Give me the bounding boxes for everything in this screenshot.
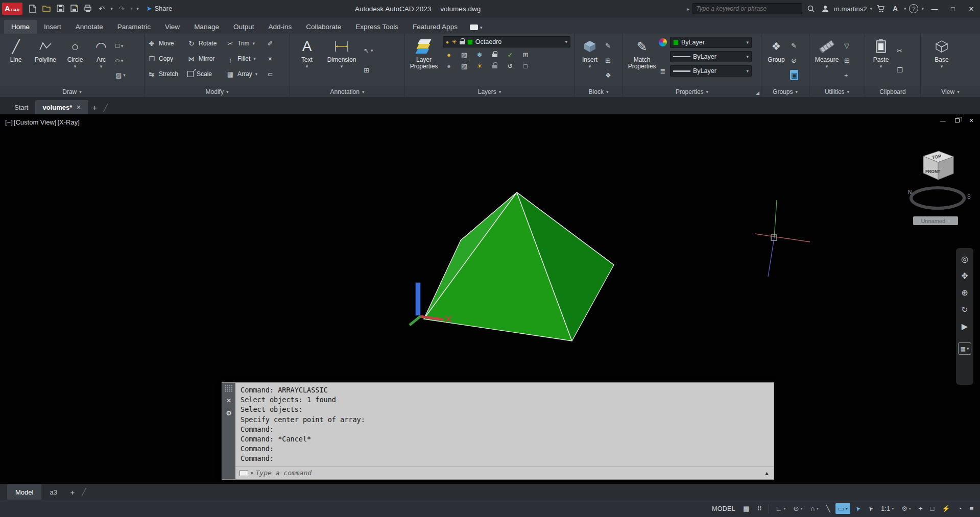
- command-recent-dropdown[interactable]: ▾: [251, 471, 253, 476]
- navigation-wheel-icon[interactable]: ◎: [961, 255, 968, 263]
- drawing-close-button[interactable]: ✕: [967, 116, 976, 125]
- grid-toggle[interactable]: ▦: [740, 503, 752, 514]
- share-button[interactable]: ➤ Share: [147, 5, 173, 12]
- scale-button[interactable]: Scale: [187, 70, 226, 78]
- layer-make-current-icon[interactable]: ⊞: [520, 51, 531, 59]
- panel-properties-label[interactable]: Properties▾: [623, 86, 761, 97]
- text-button[interactable]: A Text ▾: [292, 35, 322, 86]
- user-name[interactable]: m.martins2: [834, 5, 867, 13]
- viewport-minimize-control[interactable]: [−]: [5, 118, 13, 126]
- graphics-performance-toggle[interactable]: ⚡: [939, 503, 952, 514]
- selection-cycling-dropdown[interactable]: ▾: [846, 506, 848, 511]
- cut-button[interactable]: ✂: [896, 45, 904, 56]
- help-search[interactable]: [692, 3, 802, 14]
- panel-utilities-label[interactable]: Utilities▾: [809, 86, 865, 97]
- viewcube-compass-s[interactable]: S: [967, 194, 971, 200]
- search-collapse-icon[interactable]: ▸: [687, 6, 689, 12]
- base-dropdown[interactable]: ▾: [941, 64, 943, 69]
- osnap-tracking-dropdown[interactable]: ▾: [800, 506, 802, 511]
- named-view-dropdown[interactable]: ▾: [948, 218, 950, 224]
- hatch-dropdown[interactable]: ▾: [123, 72, 126, 78]
- layer-freeze-icon[interactable]: ❄: [474, 51, 485, 59]
- table-button[interactable]: ⊞: [363, 65, 374, 76]
- autodesk-app-dropdown[interactable]: ▾: [904, 6, 906, 11]
- lineweight-list-icon[interactable]: ≣: [659, 67, 667, 75]
- layer-lock-tool-icon[interactable]: [490, 51, 500, 59]
- arc-dropdown[interactable]: ▾: [100, 64, 103, 69]
- lineweight-dropdown[interactable]: ▾: [746, 68, 749, 73]
- command-history[interactable]: Command: ARRAYCLASSIC Select objects: 1 …: [235, 383, 774, 466]
- command-input[interactable]: [256, 469, 762, 477]
- group-edit-button[interactable]: ✎: [790, 41, 798, 51]
- viewcube[interactable]: N S TOP FRONT: [904, 148, 975, 214]
- panel-layers-label[interactable]: Layers▾: [405, 86, 574, 97]
- leader-button[interactable]: ↖▾: [363, 45, 374, 56]
- array-button[interactable]: ▦Array▾: [226, 70, 266, 78]
- lineweight-toggle[interactable]: ╲: [824, 503, 833, 514]
- base-button[interactable]: Base ▾: [928, 35, 955, 86]
- command-scroll-up-button[interactable]: ▲: [764, 470, 770, 476]
- annotation-scale-control[interactable]: 1:1▾: [878, 503, 896, 514]
- measure-button[interactable]: Measure ▾: [811, 35, 842, 86]
- rectangle-button[interactable]: □▾: [114, 41, 127, 51]
- layer-select[interactable]: ● ☀ Octaedro ▾: [443, 36, 570, 47]
- tab-add-ins[interactable]: Add-ins: [261, 20, 299, 34]
- tab-insert[interactable]: Insert: [37, 20, 68, 34]
- copy-clip-button[interactable]: ❐: [896, 65, 904, 76]
- group-selection-toggle[interactable]: ▣: [790, 70, 798, 80]
- viewport-view-control[interactable]: [Custom View]: [14, 118, 57, 126]
- workspace-dropdown[interactable]: ▾: [909, 506, 911, 511]
- showmotion-icon[interactable]: ▶: [962, 323, 968, 331]
- plot-button[interactable]: [82, 3, 94, 15]
- paste-dropdown[interactable]: ▾: [880, 64, 882, 69]
- copy-button[interactable]: ❐Copy: [148, 55, 187, 63]
- offset-button[interactable]: ⊂: [266, 70, 274, 78]
- redo-dropdown[interactable]: ▾: [129, 6, 134, 11]
- rectangle-dropdown[interactable]: ▾: [121, 43, 124, 48]
- panel-annotation-label[interactable]: Annotation▾: [290, 86, 404, 97]
- model-space-toggle[interactable]: MODEL: [709, 504, 738, 514]
- block-edit-button[interactable]: ✎: [604, 41, 612, 51]
- quick-select-button[interactable]: ▽: [843, 41, 851, 51]
- selection-cycling-toggle[interactable]: ▭▾: [835, 503, 850, 514]
- object-snap-toggle[interactable]: ∩▾: [807, 503, 821, 514]
- color-wheel-icon[interactable]: [659, 38, 667, 46]
- layer-walk-icon[interactable]: □: [520, 62, 531, 70]
- circle-button[interactable]: ○ Circle ▾: [61, 35, 89, 86]
- linetype-select[interactable]: ByLayer ▾: [670, 51, 752, 62]
- quick-calculator-button[interactable]: ⊞: [843, 56, 851, 66]
- isolate-objects-toggle[interactable]: □: [927, 503, 937, 514]
- layer-select-dropdown[interactable]: ▾: [565, 39, 567, 44]
- polyline-button[interactable]: Polyline: [30, 35, 61, 86]
- insert-button[interactable]: Insert ▾: [577, 35, 603, 86]
- layer-on-tool-icon[interactable]: ●: [444, 62, 454, 70]
- tab-parametric[interactable]: Parametric: [110, 20, 158, 34]
- user-avatar[interactable]: [820, 3, 831, 14]
- erase-button[interactable]: ✐: [266, 40, 274, 47]
- save-as-button[interactable]: [68, 3, 81, 15]
- measure-dropdown[interactable]: ▾: [826, 64, 828, 69]
- isodraft-toggle[interactable]: ∟▾: [773, 503, 788, 514]
- tab-collaborate[interactable]: Collaborate: [299, 20, 348, 34]
- dimension-dropdown[interactable]: ▾: [341, 64, 343, 69]
- dynamic-ucs-toggle[interactable]: ➤: [866, 504, 876, 514]
- layer-off-icon[interactable]: ●: [444, 51, 454, 59]
- tab-output[interactable]: Output: [226, 20, 261, 34]
- navbar-customize-button[interactable]: ▦ ▾: [958, 342, 971, 355]
- redo-button[interactable]: ↷: [115, 3, 128, 15]
- panel-view-label[interactable]: View▾: [921, 86, 980, 97]
- layout-tab-a3[interactable]: a3: [41, 484, 65, 500]
- layer-previous-icon[interactable]: ↺: [505, 62, 515, 70]
- rotate-button[interactable]: ↻Rotate: [187, 40, 226, 47]
- file-tab-close-icon[interactable]: ✕: [76, 104, 81, 111]
- undo-button[interactable]: ↶: [95, 3, 108, 15]
- dimension-button[interactable]: Dimension ▾: [322, 35, 362, 86]
- tab-manage[interactable]: Manage: [187, 20, 226, 34]
- 3d-object-snap-toggle[interactable]: ➤: [853, 504, 863, 514]
- panel-draw-label[interactable]: Draw▾: [0, 86, 144, 97]
- insert-dropdown[interactable]: ▾: [589, 64, 591, 69]
- layer-match-icon[interactable]: ✓: [505, 51, 515, 59]
- ellipse-dropdown[interactable]: ▾: [121, 58, 124, 63]
- object-snap-dropdown[interactable]: ▾: [817, 506, 819, 511]
- fillet-button[interactable]: ╭Fillet▾: [226, 55, 266, 63]
